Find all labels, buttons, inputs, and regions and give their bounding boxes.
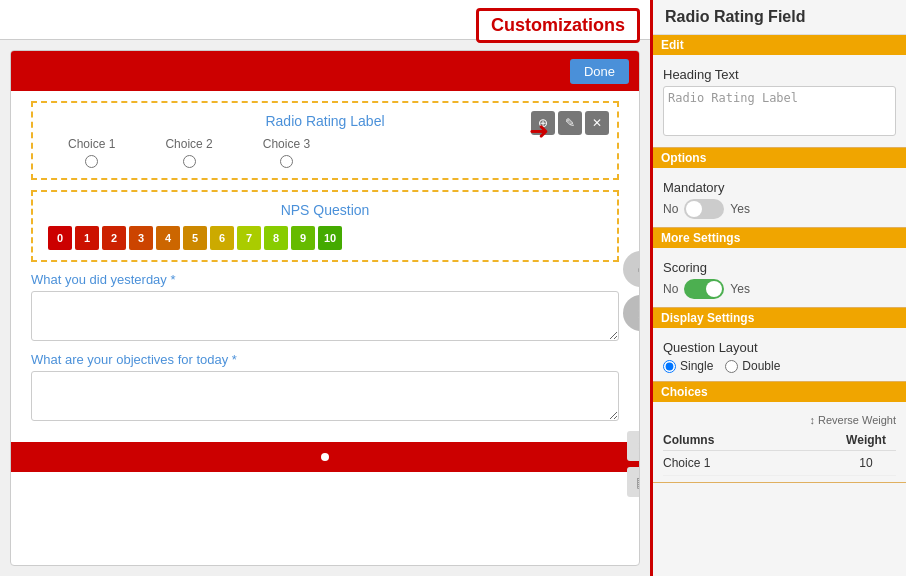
- scoring-yes-label: Yes: [730, 282, 750, 296]
- collapse-icon[interactable]: ○: [623, 251, 640, 287]
- survey-header: Done: [11, 51, 639, 91]
- mandatory-no-label: No: [663, 202, 678, 216]
- single-option[interactable]: Single: [663, 359, 713, 373]
- left-panel: Customizations Done Radio Rating Label C…: [0, 0, 650, 576]
- top-bar: Customizations: [0, 0, 650, 40]
- col-weight-header: Weight: [836, 433, 896, 447]
- more-settings-body: Scoring No Yes: [653, 254, 906, 308]
- nav-right-arrow[interactable]: ›: [623, 295, 640, 331]
- nps-7: 7: [237, 226, 261, 250]
- edit-section-body: Heading Text Radio Rating Label: [653, 61, 906, 148]
- choice-row-1: Choice 1 10: [663, 451, 896, 476]
- choice-item-3: Choice 3: [263, 137, 310, 168]
- question-layout-label: Question Layout: [663, 340, 896, 355]
- double-option[interactable]: Double: [725, 359, 780, 373]
- mandatory-label: Mandatory: [663, 180, 896, 195]
- options-section-body: Mandatory No Yes: [653, 174, 906, 228]
- choice-1-radio[interactable]: [85, 155, 98, 168]
- resize-icon[interactable]: ⇕: [627, 431, 640, 461]
- display-settings-header: Display Settings: [653, 308, 906, 328]
- mandatory-slider: [684, 199, 724, 219]
- choices-section-body: ↕ Reverse Weight Columns Weight Choice 1…: [653, 408, 906, 483]
- choice-item-2: Choice 2: [165, 137, 212, 168]
- layout-options-row: Single Double: [663, 359, 896, 373]
- question-1-label: What you did yesterday *: [31, 272, 176, 287]
- text-question-1: What you did yesterday *: [31, 272, 619, 344]
- close-icon[interactable]: ✕: [585, 111, 609, 135]
- red-arrow: ➜: [529, 117, 549, 145]
- nps-10: 10: [318, 226, 342, 250]
- double-radio[interactable]: [725, 360, 738, 373]
- reverse-weight-label: ↕ Reverse Weight: [663, 414, 896, 426]
- choice-2-radio[interactable]: [183, 155, 196, 168]
- mandatory-toggle[interactable]: [684, 199, 724, 219]
- more-settings-header: More Settings: [653, 228, 906, 248]
- radio-rating-row: Radio Rating Label Choice 1 Choice 2 Cho…: [31, 101, 619, 180]
- nps-3: 3: [129, 226, 153, 250]
- choice-1-col: Choice 1: [663, 456, 836, 470]
- nps-label: NPS Question: [48, 202, 602, 218]
- edit-section-header: Edit: [653, 35, 906, 55]
- nps-6: 6: [210, 226, 234, 250]
- choice-3-label: Choice 3: [263, 137, 310, 151]
- question-2-input[interactable]: [31, 371, 619, 421]
- nps-5: 5: [183, 226, 207, 250]
- col-columns-header: Columns: [663, 433, 836, 447]
- image-icon[interactable]: ▦: [627, 467, 640, 497]
- scoring-label: Scoring: [663, 260, 896, 275]
- heading-text-label: Heading Text: [663, 67, 896, 82]
- choice-2-label: Choice 2: [165, 137, 212, 151]
- choices-section: Choices ↕ Reverse Weight Columns Weight …: [653, 382, 906, 483]
- mandatory-yes-label: Yes: [730, 202, 750, 216]
- scoring-no-label: No: [663, 282, 678, 296]
- nps-4: 4: [156, 226, 180, 250]
- options-section-header: Options: [653, 148, 906, 168]
- nps-0: 0: [48, 226, 72, 250]
- mandatory-toggle-row: No Yes: [663, 199, 896, 219]
- text-question-2: What are your objectives for today *: [31, 352, 619, 424]
- survey-dot: [321, 453, 329, 461]
- display-settings-body: Question Layout Single Double: [653, 334, 906, 382]
- right-panel: Radio Rating Field Edit Heading Text Rad…: [650, 0, 906, 576]
- nps-2: 2: [102, 226, 126, 250]
- double-label: Double: [742, 359, 780, 373]
- edit-icon[interactable]: ✎: [558, 111, 582, 135]
- scoring-toggle[interactable]: [684, 279, 724, 299]
- choices-table-header: Columns Weight: [663, 430, 896, 451]
- choices-section-header: Choices: [653, 382, 906, 402]
- choice-item-1: Choice 1: [68, 137, 115, 168]
- nps-8: 8: [264, 226, 288, 250]
- choice-3-radio[interactable]: [280, 155, 293, 168]
- scoring-slider: [684, 279, 724, 299]
- nps-1: 1: [75, 226, 99, 250]
- right-panel-title: Radio Rating Field: [653, 0, 906, 35]
- survey-area: Done Radio Rating Label Choice 1 Choice …: [10, 50, 640, 566]
- nps-numbers: 0 1 2 3 4 5 6 7 8 9 10: [48, 226, 602, 250]
- single-label: Single: [680, 359, 713, 373]
- radio-choices: Choice 1 Choice 2 Choice 3: [48, 137, 602, 168]
- single-radio[interactable]: [663, 360, 676, 373]
- done-button[interactable]: Done: [570, 59, 629, 84]
- question-1-input[interactable]: [31, 291, 619, 341]
- scoring-toggle-row: No Yes: [663, 279, 896, 299]
- heading-text-input[interactable]: Radio Rating Label: [663, 86, 896, 136]
- radio-rating-label: Radio Rating Label: [48, 113, 602, 129]
- question-2-label: What are your objectives for today *: [31, 352, 237, 367]
- survey-content: Radio Rating Label Choice 1 Choice 2 Cho…: [11, 91, 639, 442]
- survey-footer: [11, 442, 639, 472]
- nps-9: 9: [291, 226, 315, 250]
- customizations-label: Customizations: [476, 8, 640, 43]
- choice-1-label: Choice 1: [68, 137, 115, 151]
- nps-section: NPS Question 0 1 2 3 4 5 6 7 8 9 10: [31, 190, 619, 262]
- weight-1-col: 10: [836, 456, 896, 470]
